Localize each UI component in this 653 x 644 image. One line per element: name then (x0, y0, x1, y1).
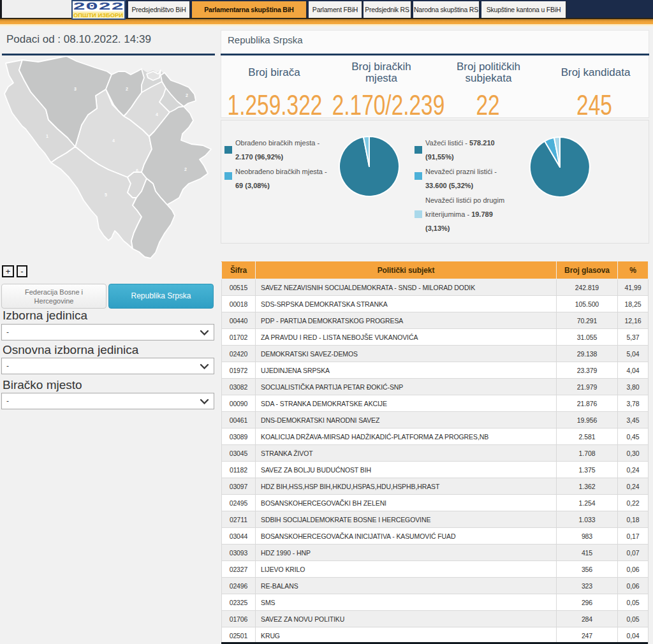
svg-text:2: 2 (186, 93, 188, 98)
svg-text:2: 2 (184, 167, 187, 172)
svg-text:4: 4 (156, 112, 158, 117)
svg-text:6: 6 (136, 168, 138, 173)
svg-text:5: 5 (105, 193, 107, 197)
svg-text:2: 2 (126, 87, 128, 91)
svg-text:1: 1 (46, 134, 48, 138)
svg-text:4: 4 (112, 138, 115, 143)
svg-text:3: 3 (74, 87, 77, 91)
svg-text:ОПШТИ ИЗБОРИ: ОПШТИ ИЗБОРИ (73, 11, 123, 18)
